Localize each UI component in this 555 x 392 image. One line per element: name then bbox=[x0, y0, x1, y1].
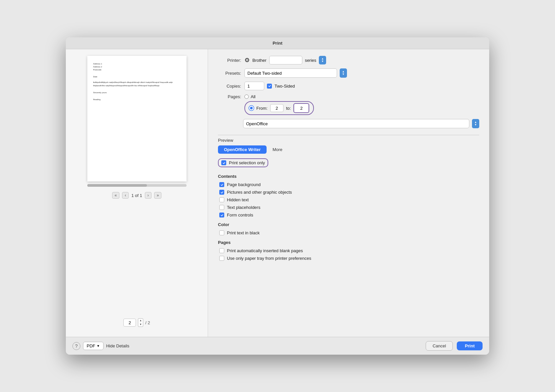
copies-input[interactable] bbox=[244, 82, 264, 90]
print-selection-label: Print selection only bbox=[229, 160, 265, 165]
pdf-label: PDF bbox=[87, 343, 95, 348]
dialog-title: Print bbox=[273, 41, 282, 46]
page-stepper[interactable]: ▲ ▼ bbox=[138, 318, 143, 327]
presets-stepper[interactable]: ▲ ▼ bbox=[340, 68, 347, 78]
printer-stepper[interactable]: ▲ ▼ bbox=[319, 56, 326, 64]
blank-pages-checkbox[interactable] bbox=[219, 248, 224, 253]
preview-address: Address 1 Address 2 Postcode bbox=[93, 62, 181, 71]
presets-select-wrapper: Default Two-sided bbox=[244, 68, 337, 78]
printer-prefix: Brother bbox=[252, 58, 267, 63]
pdf-dropdown-icon: ▼ bbox=[97, 344, 100, 348]
presets-stepper-down-icon: ▼ bbox=[342, 73, 345, 76]
help-button[interactable]: ? bbox=[72, 342, 80, 350]
openoffice-stepper[interactable]: ▲ ▼ bbox=[472, 119, 479, 128]
print-selection-row: Print selection only bbox=[218, 158, 268, 167]
right-panel: Printer: ⚙ Brother series ▲ ▼ Presets: bbox=[208, 49, 489, 337]
tab-more[interactable]: More bbox=[267, 145, 288, 154]
blank-pages-label: Print automatically inserted blank pages bbox=[227, 248, 303, 253]
hidden-text-checkbox[interactable] bbox=[219, 197, 224, 202]
text-placeholders-label: Text placeholders bbox=[227, 205, 260, 210]
cancel-button[interactable]: Cancel bbox=[426, 341, 453, 351]
blank-pages-row: Print automatically inserted blank pages bbox=[218, 248, 479, 253]
last-page-button[interactable]: » bbox=[154, 192, 162, 199]
color-header: Color bbox=[218, 222, 479, 227]
hidden-text-row: Hidden text bbox=[218, 197, 479, 202]
from-label: From: bbox=[256, 106, 268, 111]
page-count: 1 of 1 bbox=[131, 193, 142, 198]
page-background-row: Page background bbox=[218, 182, 479, 187]
contents-header: Contents bbox=[218, 174, 479, 179]
pdf-button[interactable]: PDF ▼ bbox=[83, 342, 104, 350]
pages-from-radio[interactable] bbox=[249, 106, 254, 110]
page-input-row: ▲ ▼ / 2 bbox=[123, 318, 150, 330]
from-input[interactable] bbox=[270, 104, 283, 112]
pages-from-to-wrapper: From: to: bbox=[244, 101, 314, 115]
copies-row: Copies: Two-Sided bbox=[218, 82, 479, 90]
page-total: / 2 bbox=[145, 320, 150, 325]
openoffice-select[interactable]: OpenOffice bbox=[243, 119, 469, 128]
form-controls-checkbox[interactable] bbox=[219, 213, 224, 217]
next-page-button[interactable]: › bbox=[145, 192, 151, 199]
divider bbox=[218, 135, 479, 135]
page-background-checkbox[interactable] bbox=[219, 182, 224, 187]
presets-control: Default Two-sided ▲ ▼ bbox=[244, 68, 479, 78]
pages-row: Pages: All From: to: bbox=[218, 94, 479, 115]
print-text-black-checkbox[interactable] bbox=[219, 230, 224, 235]
paper-tray-label: Use only paper tray from printer prefere… bbox=[227, 256, 311, 261]
openoffice-dropdown-row: OpenOffice ▲ ▼ bbox=[218, 119, 479, 128]
bottom-right: Cancel Print bbox=[426, 341, 483, 351]
hidden-text-label: Hidden text bbox=[227, 197, 249, 202]
pictures-checkbox[interactable] bbox=[219, 190, 224, 195]
page-background-label: Page background bbox=[227, 182, 261, 187]
paper-tray-checkbox[interactable] bbox=[219, 256, 224, 261]
copies-control: Two-Sided bbox=[244, 82, 479, 90]
pages-all-label: All bbox=[251, 94, 255, 99]
printer-name-input[interactable] bbox=[269, 56, 302, 64]
options-section: Print selection only Contents Page backg… bbox=[218, 158, 479, 261]
two-sided-label: Two-Sided bbox=[275, 84, 295, 89]
to-label: to: bbox=[286, 106, 291, 111]
pages-label: Pages: bbox=[218, 94, 241, 99]
to-input[interactable] bbox=[295, 104, 308, 112]
first-page-button[interactable]: « bbox=[112, 192, 120, 199]
page-scrollbar[interactable] bbox=[87, 184, 187, 187]
print-button[interactable]: Print bbox=[457, 341, 483, 350]
page-number-input[interactable] bbox=[123, 319, 136, 327]
page-navigation: « ‹ 1 of 1 › » bbox=[112, 192, 162, 199]
preview-label-row: Preview bbox=[218, 138, 479, 143]
prev-page-button[interactable]: ‹ bbox=[122, 192, 129, 199]
preview-label: Preview bbox=[218, 138, 233, 143]
hide-details-button[interactable]: Hide Details bbox=[106, 342, 129, 350]
preview-area: Address 1 Address 2 Postcode Date lkdlkj… bbox=[74, 56, 200, 330]
print-text-black-row: Print text in black bbox=[218, 230, 479, 235]
document-preview: Address 1 Address 2 Postcode Date lkdlkj… bbox=[87, 56, 187, 181]
presets-select[interactable]: Default Two-sided bbox=[244, 68, 337, 78]
bottom-bar: ? PDF ▼ Hide Details Cancel Print bbox=[66, 337, 489, 355]
tab-openoffice-writer[interactable]: OpenOffice Writer bbox=[218, 145, 267, 154]
pages-from-row: From: to: bbox=[244, 101, 479, 115]
to-input-wrapper bbox=[293, 103, 309, 113]
scrollbar-thumb bbox=[87, 184, 147, 187]
printer-stepper-down-icon: ▼ bbox=[321, 60, 324, 63]
two-sided-checkbox[interactable] bbox=[267, 84, 272, 89]
printer-icon: ⚙ bbox=[244, 57, 250, 64]
copies-label: Copies: bbox=[218, 84, 241, 89]
printer-suffix: series bbox=[305, 58, 317, 63]
page-stepper-up[interactable]: ▲ bbox=[138, 319, 143, 323]
form-controls-label: Form controls bbox=[227, 213, 253, 217]
printer-label: Printer: bbox=[218, 58, 241, 63]
print-selection-checkbox[interactable] bbox=[221, 160, 226, 165]
page-stepper-down[interactable]: ▼ bbox=[138, 323, 143, 327]
text-placeholders-checkbox[interactable] bbox=[219, 205, 224, 210]
paper-tray-row: Use only paper tray from printer prefere… bbox=[218, 256, 479, 261]
printer-row: Printer: ⚙ Brother series ▲ ▼ bbox=[218, 56, 479, 64]
tabs-row: OpenOffice Writer More bbox=[218, 145, 479, 154]
title-bar: Print bbox=[66, 37, 489, 49]
presets-row: Presets: Default Two-sided ▲ ▼ bbox=[218, 68, 479, 78]
bottom-left: ? PDF ▼ Hide Details bbox=[72, 342, 129, 350]
left-panel: Address 1 Address 2 Postcode Date lkdlkj… bbox=[66, 49, 208, 337]
print-text-black-label: Print text in black bbox=[227, 230, 260, 235]
printer-control: ⚙ Brother series ▲ ▼ bbox=[244, 56, 479, 64]
text-placeholders-row: Text placeholders bbox=[218, 205, 479, 210]
pages-all-radio[interactable] bbox=[244, 95, 249, 99]
